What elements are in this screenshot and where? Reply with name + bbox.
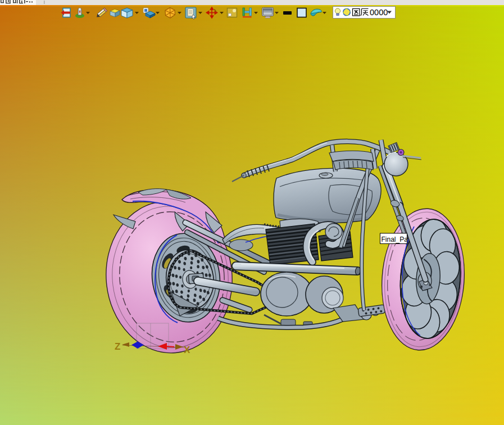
svg-text:X: X xyxy=(184,345,190,355)
svg-text:Final_Par: Final_Par xyxy=(382,236,410,243)
svg-text:0000: 0000 xyxy=(370,8,388,17)
svg-text:Z: Z xyxy=(115,341,120,352)
